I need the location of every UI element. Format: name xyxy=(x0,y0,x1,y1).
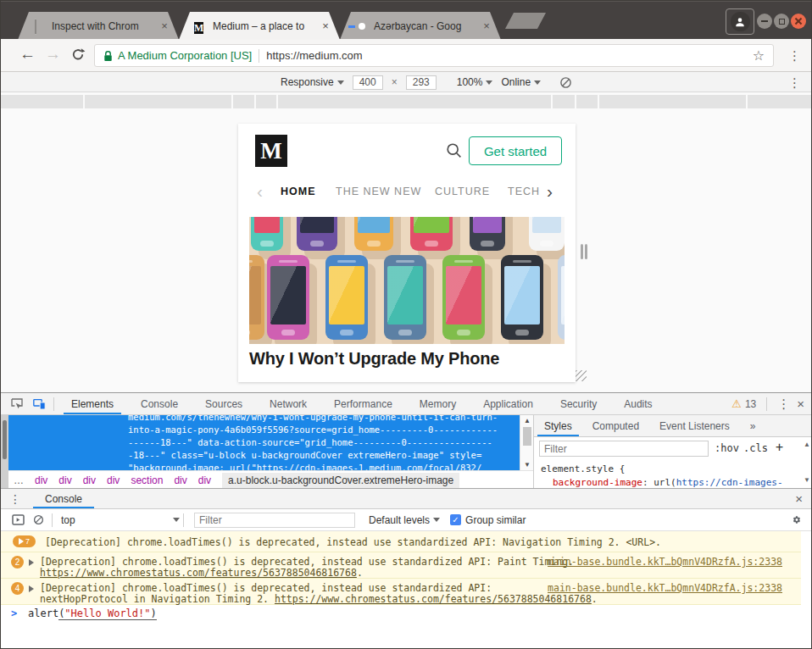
viewport-corner-resize-handle[interactable] xyxy=(576,370,587,381)
devtools-tab-application[interactable]: Application xyxy=(476,393,541,414)
zoom-dropdown[interactable]: 100% xyxy=(457,76,493,88)
breadcrumb-item[interactable]: div xyxy=(107,474,120,486)
device-type-dropdown[interactable]: Responsive xyxy=(281,76,344,88)
browser-tab-3[interactable]: Azərbaycan - Goog × xyxy=(340,12,501,40)
get-started-button[interactable]: Get started xyxy=(469,136,562,165)
device-toolbar-menu-icon[interactable]: ⋮ xyxy=(788,75,801,91)
tab-close-icon[interactable]: × xyxy=(159,19,170,32)
devtools-close-icon[interactable]: × xyxy=(797,397,804,411)
forward-icon[interactable]: → xyxy=(45,45,61,64)
console-sidebar-icon[interactable] xyxy=(8,511,28,530)
tab-event-listeners[interactable]: Event Listeners xyxy=(653,415,737,436)
tab-close-icon[interactable]: × xyxy=(481,19,492,32)
hero-image-phones[interactable] xyxy=(249,217,565,344)
drawer-close-icon[interactable]: × xyxy=(795,491,812,506)
window-minimize-button[interactable] xyxy=(757,14,772,29)
viewport-resize-handle[interactable] xyxy=(581,244,588,259)
devtools-tab-sources[interactable]: Sources xyxy=(197,393,250,414)
nav-item-the-new-new[interactable]: THE NEW NEW xyxy=(336,186,421,197)
nav-chevron-left-icon[interactable]: ‹ xyxy=(257,181,263,202)
breadcrumb-item[interactable]: div xyxy=(198,474,211,486)
viewport-width-input[interactable] xyxy=(353,75,383,90)
cls-toggle[interactable]: .cls xyxy=(743,442,768,454)
css-value-link[interactable]: https://cdn-images- xyxy=(676,477,783,488)
source-link[interactable]: main-base.bundle.kkT…bQmnV4DRzfA.js:2338 xyxy=(548,582,782,594)
breadcrumb-item[interactable]: section xyxy=(131,474,163,486)
elements-scrollbar[interactable]: ▲ ▼ xyxy=(520,415,533,470)
tab-console[interactable]: Console xyxy=(33,489,94,508)
breadcrumb-item[interactable]: div xyxy=(83,474,96,486)
scroll-down-icon[interactable]: ▼ xyxy=(520,461,534,469)
medium-logo[interactable]: M xyxy=(255,135,287,167)
browser-tab-1[interactable]: Inspect with Chrom × xyxy=(18,12,179,40)
inspect-element-icon[interactable] xyxy=(6,394,28,414)
log-levels-dropdown[interactable]: Default levels xyxy=(369,514,440,526)
console-input-text[interactable]: alert("Hello World!") xyxy=(28,607,157,619)
tab-styles[interactable]: Styles xyxy=(537,415,579,436)
devtools-tab-console[interactable]: Console xyxy=(133,393,186,414)
url-link[interactable]: https://www.chromestatus.com/features/56… xyxy=(275,593,592,605)
css-property[interactable]: background-image xyxy=(553,477,642,488)
browser-tab-2-active[interactable]: M Medium – a place to × xyxy=(179,12,340,40)
profile-avatar-button[interactable] xyxy=(726,8,754,35)
devtools-tab-network[interactable]: Network xyxy=(262,393,314,414)
styles-rule[interactable]: element.style { background-image: url(ht… xyxy=(534,461,812,488)
tab-computed[interactable]: Computed xyxy=(586,415,646,436)
expand-icon[interactable] xyxy=(29,559,34,566)
breadcrumb-item[interactable]: div xyxy=(58,474,71,486)
reload-icon[interactable] xyxy=(70,47,86,66)
breadcrumb-item[interactable]: div xyxy=(35,474,47,486)
execution-context-dropdown[interactable]: top xyxy=(61,514,180,526)
hov-toggle[interactable]: :hov xyxy=(715,442,739,454)
devtools-tab-audits[interactable]: Audits xyxy=(616,393,659,414)
expand-icon[interactable] xyxy=(29,585,34,592)
new-style-rule-button[interactable]: + xyxy=(776,440,783,455)
warnings-badge[interactable]: ⚠ 13 xyxy=(731,397,756,410)
drawer-menu-icon[interactable]: ⋮ xyxy=(9,492,21,506)
clear-console-icon[interactable] xyxy=(28,511,48,530)
group-count-badge[interactable]: 7 xyxy=(13,535,36,547)
devtools-tab-performance[interactable]: Performance xyxy=(326,393,400,414)
bookmark-star-icon[interactable]: ☆ xyxy=(753,47,765,64)
new-tab-button[interactable] xyxy=(505,13,546,29)
scrollbar-thumb[interactable] xyxy=(523,427,531,446)
more-tabs-icon[interactable]: » xyxy=(743,415,763,436)
console-warning-group[interactable]: 7 [Deprecation] chrome.loadTimes() is de… xyxy=(1,531,812,552)
devtools-tab-memory[interactable]: Memory xyxy=(412,393,464,414)
address-bar[interactable]: A Medium Corporation [US] https://medium… xyxy=(94,44,774,67)
group-similar-checkbox[interactable]: ✓ xyxy=(450,514,461,525)
scroll-up-icon[interactable]: ▲ xyxy=(520,417,534,424)
elements-left-scrollbar[interactable] xyxy=(1,415,8,489)
scroll-up-icon[interactable]: ▲ xyxy=(804,441,810,448)
nav-item-tech[interactable]: TECH xyxy=(508,186,540,197)
throttling-dropdown[interactable]: Online xyxy=(501,76,541,88)
nav-item-culture[interactable]: CULTURE xyxy=(435,186,490,197)
window-close-button[interactable] xyxy=(791,14,806,29)
viewport-height-input[interactable] xyxy=(406,75,437,90)
nav-item-home[interactable]: HOME xyxy=(281,186,316,197)
devtools-tab-elements[interactable]: Elements xyxy=(64,393,121,414)
console-input-row[interactable]: > alert("Hello World!") xyxy=(1,605,812,624)
url-link[interactable]: https://www.chromestatus.com/features/56… xyxy=(40,567,357,579)
element-style-selector[interactable]: element.style { xyxy=(534,461,812,474)
styles-filter-input[interactable] xyxy=(539,441,709,457)
article-headline[interactable]: Why I Won’t Upgrade My Phone xyxy=(249,349,499,369)
breadcrumb-selected[interactable]: a.u-block.u-backgroundCover.extremeHero-… xyxy=(222,473,459,488)
back-icon[interactable]: ← xyxy=(19,45,36,64)
devtools-tab-security[interactable]: Security xyxy=(553,393,604,414)
breadcrumb-item[interactable]: div xyxy=(174,474,186,486)
console-filter-input[interactable] xyxy=(194,513,355,528)
console-warning[interactable]: 2 [Deprecation] chrome.loadTimes() is de… xyxy=(1,552,812,579)
window-maximize-button[interactable] xyxy=(774,14,789,29)
toggle-device-toolbar-icon[interactable] xyxy=(28,394,50,414)
console-warning[interactable]: 4 [Deprecation] chrome.loadTimes() is de… xyxy=(1,579,812,605)
console-settings-gear-icon[interactable] xyxy=(793,511,812,530)
url-text[interactable]: https://medium.com xyxy=(266,49,745,62)
tab-close-icon[interactable]: × xyxy=(320,19,331,32)
nav-chevron-right-icon[interactable]: › xyxy=(547,181,553,202)
browser-menu-icon[interactable]: ⋮ xyxy=(788,48,801,64)
source-link[interactable]: main-base.bundle.kkT…bQmnV4DRzfA.js:2338 xyxy=(548,556,782,568)
no-throttle-icon[interactable] xyxy=(559,76,572,89)
breadcrumb-overflow[interactable]: … xyxy=(14,474,24,486)
devtools-menu-icon[interactable]: ⋮ xyxy=(777,397,790,412)
